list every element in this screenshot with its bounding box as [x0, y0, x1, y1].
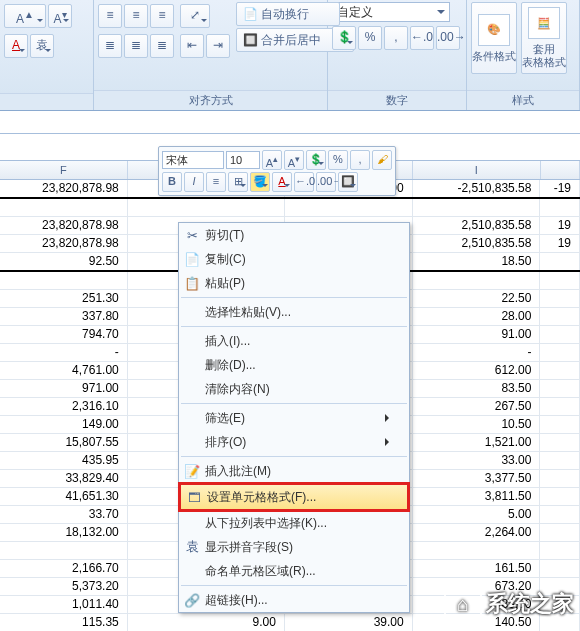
cell[interactable]: 22.50	[413, 290, 541, 307]
mini-align-center-button[interactable]: ≡	[206, 172, 226, 192]
ctx-paste-special[interactable]: 选择性粘贴(V)...	[179, 300, 409, 324]
orientation-button[interactable]: ⤢	[180, 4, 210, 28]
ctx-insert[interactable]: 插入(I)...	[179, 329, 409, 353]
cell[interactable]: 41,651.30	[0, 488, 128, 505]
ctx-cut[interactable]: ✂ 剪切(T)	[179, 223, 409, 247]
align-left-button[interactable]: ≣	[98, 34, 122, 58]
mini-font-color-button[interactable]: A	[272, 172, 292, 192]
indent-dec-button[interactable]: ⇤	[180, 34, 204, 58]
mini-italic-button[interactable]: I	[184, 172, 204, 192]
cell[interactable]: 267.50	[413, 398, 541, 415]
cell[interactable]: 92.50	[0, 253, 128, 270]
cell[interactable]	[0, 542, 128, 559]
cell[interactable]	[540, 416, 580, 433]
font-color-button[interactable]: A	[4, 34, 28, 58]
font-size-dec-button[interactable]: A▾	[48, 4, 72, 28]
currency-button[interactable]: 💲	[332, 26, 356, 50]
mini-percent-button[interactable]: %	[328, 150, 348, 170]
conditional-format-button[interactable]: 🎨 条件格式	[471, 2, 517, 74]
cell[interactable]	[540, 308, 580, 325]
cell[interactable]: 2,510,835.58	[413, 235, 541, 252]
cell[interactable]	[540, 253, 580, 270]
ctx-phonetic[interactable]: 袁 显示拼音字段(S)	[179, 535, 409, 559]
cell[interactable]: 33.70	[0, 506, 128, 523]
ctx-copy[interactable]: 📄 复制(C)	[179, 247, 409, 271]
cell[interactable]: 19	[540, 217, 580, 234]
cell[interactable]: 83.50	[413, 380, 541, 397]
cell[interactable]	[540, 506, 580, 523]
cell[interactable]: -2,510,835.58	[413, 180, 541, 197]
cell[interactable]: -19	[540, 180, 580, 197]
cell[interactable]	[540, 398, 580, 415]
align-right-button[interactable]: ≣	[150, 34, 174, 58]
cell[interactable]: 18,132.00	[0, 524, 128, 541]
cell[interactable]: -	[413, 344, 541, 361]
mini-border-button[interactable]: ⊞	[228, 172, 248, 192]
cell[interactable]	[540, 524, 580, 541]
cell[interactable]	[540, 488, 580, 505]
cell[interactable]: 9.00	[128, 614, 285, 631]
mini-fontsize-combo[interactable]: 10	[226, 151, 260, 169]
cell[interactable]	[540, 470, 580, 487]
cell[interactable]: 23,820,878.98	[0, 217, 128, 234]
mini-comma-button[interactable]: ,	[350, 150, 370, 170]
ctx-insert-comment[interactable]: 📝 插入批注(M)	[179, 459, 409, 483]
ctx-hyperlink[interactable]: 🔗 超链接(H)...	[179, 588, 409, 612]
ctx-sort[interactable]: 排序(O)	[179, 430, 409, 454]
ctx-pick-from-list[interactable]: 从下拉列表中选择(K)...	[179, 511, 409, 535]
cell[interactable]: 10.50	[413, 416, 541, 433]
mini-dec-decimal-button[interactable]: .00→	[316, 172, 336, 192]
mini-currency-button[interactable]: 💲	[306, 150, 326, 170]
col-header-f[interactable]: F	[0, 161, 128, 179]
cell[interactable]: 2,316.10	[0, 398, 128, 415]
cell[interactable]: 3,811.50	[413, 488, 541, 505]
mini-fill-color-button[interactable]: 🪣	[250, 172, 270, 192]
cell[interactable]: 161.50	[413, 560, 541, 577]
number-format-combo[interactable]: 自定义	[332, 2, 450, 22]
cell[interactable]	[540, 560, 580, 577]
cell[interactable]	[540, 380, 580, 397]
cell[interactable]: 1,521.00	[413, 434, 541, 451]
font-size-inc-button[interactable]: A▲	[4, 4, 46, 28]
cell[interactable]: 23,820,878.98	[0, 235, 128, 252]
cell[interactable]: 4,761.00	[0, 362, 128, 379]
cell[interactable]	[540, 542, 580, 559]
mini-format-painter-button[interactable]: 🖌	[372, 150, 392, 170]
cell[interactable]: 39.00	[285, 614, 413, 631]
cell[interactable]	[285, 199, 413, 216]
cell[interactable]: 15,807.55	[0, 434, 128, 451]
indent-inc-button[interactable]: ⇥	[206, 34, 230, 58]
mini-size-dec-button[interactable]: A▾	[284, 150, 304, 170]
cell[interactable]: 33,829.40	[0, 470, 128, 487]
cell[interactable]: 91.00	[413, 326, 541, 343]
table-row[interactable]	[0, 199, 580, 217]
cell[interactable]: 251.30	[0, 290, 128, 307]
cell[interactable]: 19	[540, 235, 580, 252]
mini-size-inc-button[interactable]: A▴	[262, 150, 282, 170]
mini-inc-decimal-button[interactable]: ←.0	[294, 172, 314, 192]
cell[interactable]: 33.00	[413, 452, 541, 469]
col-header-j[interactable]	[541, 161, 580, 179]
cell[interactable]: 2,510,835.58	[413, 217, 541, 234]
align-center-button[interactable]: ≣	[124, 34, 148, 58]
cell[interactable]: 149.00	[0, 416, 128, 433]
ctx-define-name[interactable]: 命名单元格区域(R)...	[179, 559, 409, 583]
cell[interactable]: 435.95	[0, 452, 128, 469]
phonetic-button[interactable]: 袁	[30, 34, 54, 58]
cell[interactable]: 5,373.20	[0, 578, 128, 595]
cell[interactable]	[413, 199, 541, 216]
inc-decimal-button[interactable]: ←.0	[410, 26, 434, 50]
cell[interactable]	[540, 290, 580, 307]
wrap-text-button[interactable]: 📄 自动换行	[236, 2, 340, 26]
cell[interactable]: 5.00	[413, 506, 541, 523]
cell[interactable]: 337.80	[0, 308, 128, 325]
cell[interactable]	[540, 434, 580, 451]
cell[interactable]	[413, 542, 541, 559]
ctx-clear[interactable]: 清除内容(N)	[179, 377, 409, 401]
cell[interactable]	[540, 272, 580, 289]
col-header-i[interactable]: I	[413, 161, 541, 179]
cell[interactable]: -	[0, 344, 128, 361]
cell[interactable]	[0, 272, 128, 289]
cell[interactable]: 23,820,878.98	[0, 180, 128, 197]
cell[interactable]: 2,264.00	[413, 524, 541, 541]
